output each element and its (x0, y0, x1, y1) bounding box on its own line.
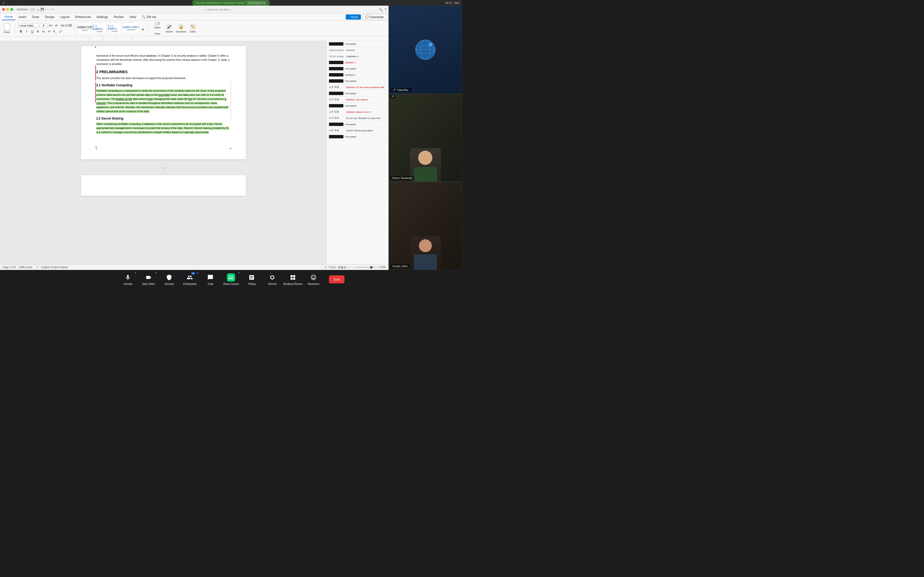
tab-draw[interactable]: Draw (29, 14, 42, 20)
participant-yuka: 🎤 Yuka Akiy... (389, 6, 462, 94)
tab-tellme[interactable]: 🔍Tell me (139, 14, 159, 20)
font-name-input[interactable] (18, 23, 39, 28)
security-icon (165, 273, 173, 282)
security-button[interactable]: Security (159, 270, 179, 288)
unmute-button[interactable]: Unmute ▲ (118, 270, 138, 288)
document-body[interactable]: framework of the secure and efficient cl… (0, 41, 327, 264)
screen-share-notice: You are viewing Kenzo Yamamoto's screen … (192, 0, 270, 6)
more-styles-button[interactable]: ▼ (140, 27, 145, 32)
autosave-state[interactable]: OFF (29, 8, 36, 11)
unmute-caret: ▲ (135, 271, 137, 274)
status-bar: Page 2 of 8 3386 words 📝 English (United… (0, 264, 389, 270)
participants-caret: ▲ (197, 271, 199, 274)
style-normal[interactable]: AABBCCDD Head1 (78, 23, 92, 34)
video-icon (144, 273, 153, 282)
strikethrough-button[interactable]: S̶ (36, 29, 40, 34)
ruler: | 2 4 6 8 10 12 14 16 | (0, 36, 389, 41)
search-icon[interactable]: 🔍 (378, 8, 383, 11)
clear-formatting-button[interactable]: A⌫ (66, 23, 71, 28)
styles-group: AABBCCDD Head1 1.1 AaBbCc Head2 1.1.1 Aa… (78, 23, 149, 34)
superscript-button[interactable]: x² (47, 29, 52, 34)
change-bar-5 (329, 67, 343, 70)
shrink-font-button[interactable]: A- (54, 23, 59, 28)
section22-highlighted: When considering verifiable computing, a… (97, 122, 229, 134)
dictate-button[interactable]: 🎤 Dictate (164, 22, 174, 34)
section21-para: Verifiable computing is a mechanism to v… (97, 89, 231, 114)
sensitivity-button[interactable]: 🔒 Sensitivity (176, 22, 186, 34)
tab-references[interactable]: References (73, 14, 93, 20)
gunjan-name-badge: Gunjan Joshi (391, 264, 409, 268)
end-meeting-button[interactable]: End (329, 276, 344, 283)
tab-insert[interactable]: Insert (16, 14, 29, 20)
section2-heading: 2 PRELIMINARIES (97, 69, 231, 75)
change-item-12: 山本 賢蔵 Deleted: where a lot of (327, 109, 389, 115)
focus-label[interactable]: Focus (329, 266, 336, 269)
section2-text: This section provides the basic techniqu… (97, 76, 231, 81)
zoom-control[interactable]: − + 140% (353, 266, 386, 269)
view-label: View (454, 2, 460, 4)
style-head2[interactable]: 1.1.1 AaBbCc Head3 (108, 23, 122, 34)
section21-heading: 2.1 Verifiable Computing (97, 83, 231, 88)
clock: 06:14 (445, 2, 452, 4)
change-case-button[interactable]: Aa (60, 23, 65, 28)
autosave-label: AutoSave (17, 8, 28, 11)
subscript-button[interactable]: x₂ (41, 29, 46, 34)
reactions-button[interactable]: Reactions (303, 270, 324, 288)
comments-button[interactable]: 💬Comments (362, 14, 386, 20)
tab-mailings[interactable]: Mailings (94, 14, 111, 20)
change-bar-11 (329, 104, 343, 107)
grow-font-button[interactable]: A+ (48, 23, 53, 28)
tab-view[interactable]: View (127, 14, 139, 20)
tab-layout[interactable]: Layout (58, 14, 72, 20)
share-button[interactable]: ↑Share (346, 15, 361, 19)
more-options[interactable]: ··· (55, 8, 58, 11)
ribbon: Home Insert Draw Design Layout Reference… (0, 13, 389, 36)
record-button[interactable]: Record (262, 270, 283, 288)
word-count-icon: 📝 (36, 266, 39, 269)
participants-button[interactable]: 4 Participants ▲ (179, 270, 200, 288)
start-video-button[interactable]: Start Video ▲ (138, 270, 159, 288)
change-item-2: JOSHI Gunjan Deleted: (327, 47, 389, 53)
security-label: Security (165, 282, 174, 285)
italic-button[interactable]: I (24, 29, 29, 34)
tab-review[interactable]: Review (111, 14, 126, 20)
help-icon[interactable]: ? (384, 8, 386, 11)
save-icon[interactable]: 💾 (40, 8, 44, 11)
change-item-11: Formatted ↓ (327, 103, 389, 109)
chat-button[interactable]: Chat (200, 270, 221, 288)
minimize-button[interactable] (6, 8, 9, 11)
style-head1[interactable]: 1.1 AaBbCc Head2 (92, 23, 107, 34)
zoom-slider-thumb (370, 266, 373, 269)
polling-button[interactable]: Polling (241, 270, 262, 288)
zoom-level: 140% (379, 266, 386, 269)
section22-para: When considering verifiable computing, a… (97, 122, 231, 134)
paste-button[interactable]: Paste (2, 22, 12, 34)
comment-line-1 (231, 82, 231, 120)
view-options-button[interactable]: View Options ▾ (246, 1, 267, 5)
home-icon[interactable]: ⌂ (37, 8, 39, 11)
zoom-slider[interactable] (355, 267, 376, 268)
share-screen-button[interactable]: Share Screen ▲ (221, 270, 241, 288)
word-title-right: 🔍 ? (378, 8, 386, 11)
breakout-rooms-label: Breakout Rooms (283, 282, 302, 285)
styles-button[interactable]: 📝 StylesPane (152, 22, 163, 34)
refresh-icon[interactable]: ↻ (52, 8, 54, 11)
zoom-plus[interactable]: + (377, 266, 378, 269)
editor-button[interactable]: ✏️ Editor (187, 22, 198, 34)
clipboard-group: Paste (2, 22, 15, 34)
change-line-3 (95, 82, 96, 103)
zoom-minus[interactable]: − (353, 266, 354, 269)
close-button[interactable] (2, 8, 5, 11)
font-color-button[interactable]: A_ (52, 29, 58, 34)
style-head3[interactable]: AaBbCcDdEe Head3old (123, 23, 139, 34)
maximize-button[interactable] (10, 8, 13, 11)
tab-home[interactable]: Home (2, 14, 16, 20)
font-size-input[interactable] (40, 23, 47, 28)
redo-icon[interactable]: ↪ (48, 8, 51, 11)
undo-icon[interactable]: ↩ (45, 8, 47, 11)
highlight-button[interactable]: 🖊 (58, 29, 63, 34)
bold-button[interactable]: B (18, 29, 23, 34)
underline-button[interactable]: U (30, 29, 35, 34)
tab-design[interactable]: Design (42, 14, 57, 20)
breakout-rooms-button[interactable]: Breakout Rooms (283, 270, 303, 288)
